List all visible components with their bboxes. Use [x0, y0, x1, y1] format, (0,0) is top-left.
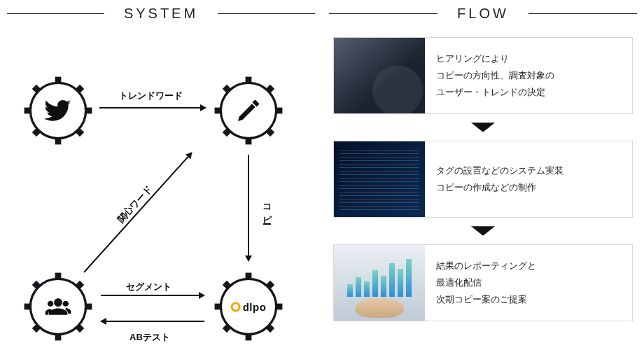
- svg-line-33: [268, 326, 273, 331]
- svg-line-24: [78, 326, 83, 331]
- svg-line-17: [268, 87, 273, 92]
- flow-step-2: タグの設置などのシステム実装 コピーの作成などの制作: [333, 141, 633, 218]
- flow-thumb-code: [334, 141, 425, 217]
- system-column: SYSTEM: [0, 0, 322, 357]
- flow-step-2-text: タグの設置などのシステム実装 コピーの作成などの制作: [425, 141, 632, 217]
- flow-line: コピーの作成などの制作: [436, 179, 621, 196]
- arrow-segment: [101, 295, 204, 296]
- node-dlpo: dlpo: [210, 268, 287, 345]
- flow-line: 最適化配信: [436, 274, 621, 291]
- arrow-copy: [248, 155, 249, 261]
- pen-icon: [234, 97, 262, 125]
- flow-list: ヒアリングにより コピーの方向性、調査対象の ユーザー・トレンドの決定 タグの設…: [329, 37, 637, 321]
- dlpo-text: dlpo: [243, 301, 267, 313]
- dlpo-logo: dlpo: [231, 301, 267, 313]
- flow-step-1: ヒアリングにより コピーの方向性、調査対象の ユーザー・トレンドの決定: [333, 37, 633, 114]
- arrow-trend: [99, 107, 206, 108]
- chevron-down-icon: [471, 225, 495, 237]
- svg-line-16: [225, 130, 230, 135]
- svg-marker-37: [471, 226, 495, 236]
- svg-line-7: [34, 130, 39, 135]
- system-heading: SYSTEM: [7, 6, 315, 22]
- flow-column: FLOW ヒアリングにより コピーの方向性、調査対象の ユーザー・トレンドの決定…: [322, 0, 644, 357]
- arrow-abtest: [101, 321, 204, 322]
- svg-line-8: [78, 87, 83, 92]
- svg-line-32: [225, 283, 230, 288]
- svg-line-34: [225, 326, 230, 331]
- label-ab-test: ABテスト: [130, 331, 170, 344]
- flow-line: 次期コピー案のご提案: [436, 291, 621, 308]
- flow-step-3-text: 結果のレポーティングと 最適化配信 次期コピー案のご提案: [425, 245, 632, 321]
- flow-thumb-chart: [334, 245, 425, 321]
- label-segment: セグメント: [126, 281, 172, 293]
- flow-line: ヒアリングにより: [436, 50, 621, 67]
- flow-step-1-text: ヒアリングにより コピーの方向性、調査対象の ユーザー・トレンドの決定: [425, 38, 632, 113]
- svg-line-35: [268, 283, 273, 288]
- node-users: [20, 268, 97, 345]
- svg-line-6: [78, 130, 83, 135]
- flow-line: コピーの方向性、調査対象の: [436, 67, 621, 84]
- flow-line: タグの設置などのシステム実装: [436, 162, 621, 179]
- dlpo-circle-icon: [231, 302, 241, 312]
- label-interest-word: 関心ワード: [115, 183, 155, 225]
- label-copy: コピー: [260, 198, 273, 219]
- node-twitter: [20, 72, 97, 149]
- flow-step-3: 結果のレポーティングと 最適化配信 次期コピー案のご提案: [333, 244, 633, 321]
- svg-line-15: [268, 130, 273, 135]
- flow-line: ユーザー・トレンドの決定: [436, 84, 621, 101]
- flow-heading: FLOW: [329, 6, 637, 22]
- flow-title: FLOW: [438, 6, 528, 22]
- svg-line-26: [78, 283, 83, 288]
- system-title: SYSTEM: [104, 6, 218, 22]
- system-diagram: dlpo トレンドワード 関心ワード コピー セグメント ABテスト: [7, 37, 315, 345]
- svg-line-25: [34, 326, 39, 331]
- svg-line-23: [34, 283, 39, 288]
- svg-marker-36: [471, 122, 495, 132]
- arrow-interest: [83, 152, 192, 272]
- users-icon: [44, 293, 72, 321]
- node-pen: [210, 72, 287, 149]
- twitter-icon: [44, 97, 72, 125]
- svg-line-5: [34, 87, 39, 92]
- flow-thumb-meeting: [334, 38, 425, 113]
- flow-line: 結果のレポーティングと: [436, 258, 621, 274]
- svg-line-14: [225, 87, 230, 92]
- label-trend-word: トレンドワード: [119, 90, 183, 102]
- chevron-down-icon: [471, 121, 495, 134]
- diagram-root: SYSTEM: [0, 0, 644, 357]
